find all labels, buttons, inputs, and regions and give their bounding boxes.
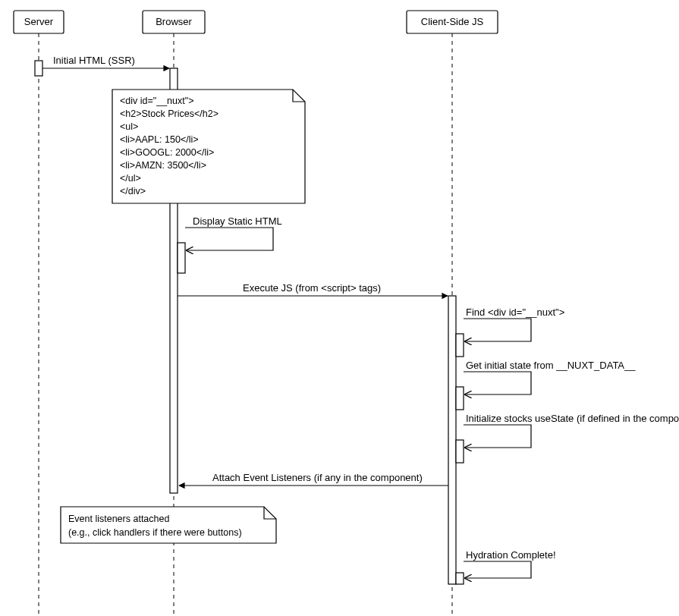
svg-text:</ul>: </ul> [120,173,141,184]
svg-text:Event listeners attached: Event listeners attached [68,514,169,524]
msg-initial-html: Initial HTML (SSR) [42,55,169,68]
server-activation [35,61,42,76]
svg-rect-17 [456,334,464,357]
participant-server-label: Server [24,16,54,27]
msg-execute-js-label: Execute JS (from <script> tags) [243,282,381,294]
participant-client-js-label: Client-Side JS [421,16,484,27]
svg-rect-19 [456,440,464,463]
msg-get-state-label: Get initial state from __NUXT_DATA__ [466,360,636,371]
participant-server: Server [14,11,64,614]
msg-find-div: Find <div id="__nuxt"> [456,306,564,357]
svg-text:(e.g., click handlers if there: (e.g., click handlers if there were butt… [68,527,242,538]
svg-text:</div>: </div> [120,186,146,196]
msg-find-div-label: Find <div id="__nuxt"> [466,306,564,318]
svg-text:<li>AAPL: 150</li>: <li>AAPL: 150</li> [120,134,199,145]
msg-hydration-complete: Hydration Complete! [456,549,556,584]
msg-display-static-label: Display Static HTML [193,215,282,227]
participant-browser-label: Browser [156,16,192,27]
msg-hydration-complete-label: Hydration Complete! [466,549,556,561]
svg-text:<li>AMZN: 3500</li>: <li>AMZN: 3500</li> [120,160,206,171]
client-js-activation [448,296,456,584]
svg-rect-23 [456,573,464,584]
msg-init-stocks-label: Initialize stocks useState (if defined i… [466,413,679,424]
msg-attach-listeners-label: Attach Event Listeners (if any in the co… [212,472,423,483]
note-event-listeners: Event listeners attached (e.g., click ha… [61,507,276,543]
note-ssr-html: <div id="__nuxt"> <h2>Stock Prices</h2> … [112,90,305,203]
msg-get-state: Get initial state from __NUXT_DATA__ [456,360,636,410]
msg-init-stocks: Initialize stocks useState (if defined i… [456,413,679,463]
msg-attach-listeners: Attach Event Listeners (if any in the co… [179,472,448,486]
sequence-diagram: Server Browser Client-Side JS Initial HT… [0,0,679,616]
svg-text:<div id="__nuxt">: <div id="__nuxt"> [120,96,194,106]
msg-execute-js: Execute JS (from <script> tags) [178,282,448,296]
svg-text:<h2>Stock Prices</h2>: <h2>Stock Prices</h2> [120,108,218,119]
svg-text:<li>GOOGL: 2000</li>: <li>GOOGL: 2000</li> [120,147,214,158]
msg-display-static: Display Static HTML [178,215,282,273]
svg-text:<ul>: <ul> [120,121,138,132]
msg-initial-html-label: Initial HTML (SSR) [53,55,135,66]
svg-rect-18 [456,387,464,410]
svg-rect-15 [178,243,185,273]
